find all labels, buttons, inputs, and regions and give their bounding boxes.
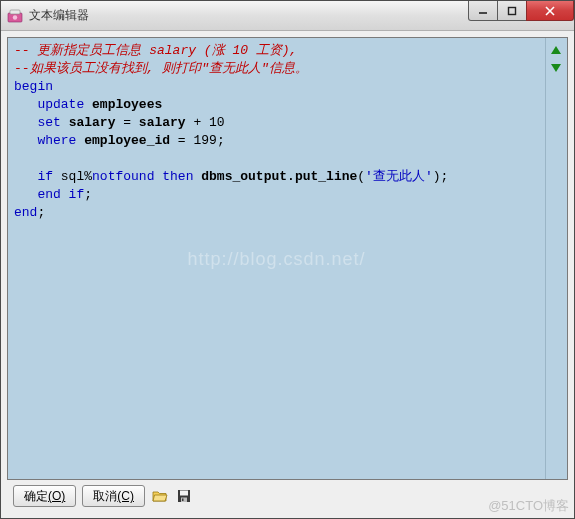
keyword-set: set	[37, 115, 60, 130]
maximize-button[interactable]	[497, 1, 527, 21]
dbms-call: dbms_output.put_line	[201, 169, 357, 184]
keyword-update: update	[37, 97, 84, 112]
editor-gutter	[545, 38, 567, 479]
keyword-if: if	[37, 169, 53, 184]
ok-button[interactable]: 确定(O)	[13, 485, 76, 507]
window-controls	[469, 1, 574, 21]
save-icon[interactable]	[175, 487, 193, 505]
open-file-icon[interactable]	[151, 487, 169, 505]
watermark-text: http://blog.csdn.net/	[187, 250, 365, 268]
code-editor[interactable]: -- 更新指定员工信息 salary (涨 10 工资), --如果该员工没有找…	[8, 38, 545, 479]
comment-line: -- 更新指定员工信息 salary (涨 10 工资),	[14, 43, 297, 58]
app-icon	[7, 8, 23, 24]
bottom-toolbar: 确定(O) 取消(C)	[7, 480, 568, 512]
scroll-down-icon[interactable]	[550, 60, 564, 74]
comment-line: --如果该员工没有找到, 则打印"查无此人"信息。	[14, 61, 308, 76]
column-empid: employee_id	[84, 133, 170, 148]
keyword-begin: begin	[14, 79, 53, 94]
titlebar[interactable]: 文本编辑器	[1, 1, 574, 31]
keyword-where: where	[37, 133, 76, 148]
keyword-end: end	[14, 205, 37, 220]
column-salary: salary	[69, 115, 116, 130]
string-literal: '查无此人'	[365, 169, 433, 184]
window-frame: 文本编辑器 -- 更新指定员工信息 salary (涨 10 工资), --如果…	[0, 0, 575, 519]
minimize-button[interactable]	[468, 1, 498, 21]
svg-marker-8	[551, 64, 561, 72]
svg-point-2	[13, 15, 17, 19]
svg-rect-4	[509, 7, 516, 14]
content-area: -- 更新指定员工信息 salary (涨 10 工资), --如果该员工没有找…	[1, 31, 574, 518]
svg-rect-12	[182, 499, 184, 502]
svg-rect-1	[10, 10, 20, 14]
svg-marker-7	[551, 46, 561, 54]
cancel-button[interactable]: 取消(C)	[82, 485, 145, 507]
keyword-end-if: end if	[37, 187, 84, 202]
table-name: employees	[92, 97, 162, 112]
close-button[interactable]	[526, 1, 574, 21]
svg-rect-11	[181, 498, 187, 503]
scroll-up-icon[interactable]	[550, 42, 564, 56]
svg-rect-10	[180, 491, 188, 496]
editor-container: -- 更新指定员工信息 salary (涨 10 工资), --如果该员工没有找…	[7, 37, 568, 480]
